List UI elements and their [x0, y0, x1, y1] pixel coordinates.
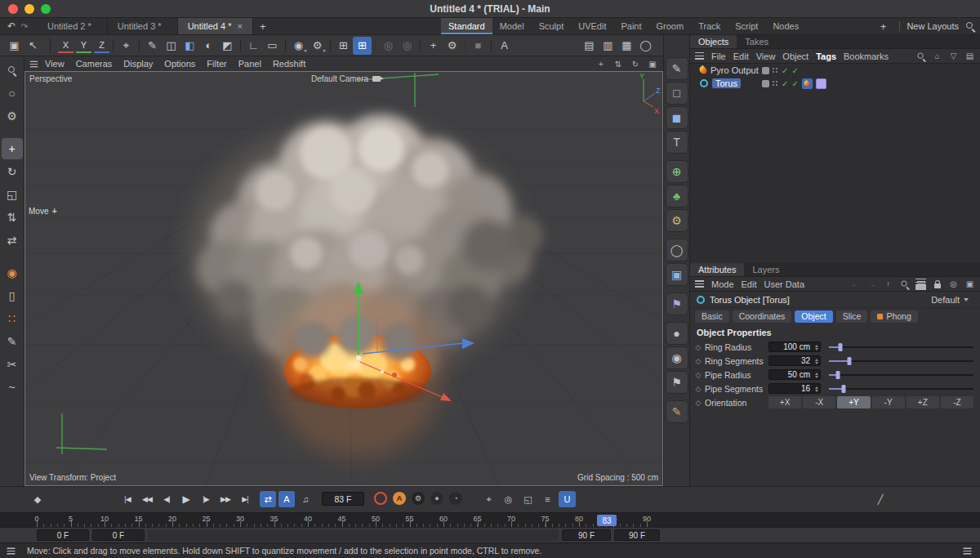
render-view-icon[interactable]: ▤	[580, 37, 599, 55]
target-two-icon[interactable]: ◎	[398, 37, 416, 55]
record-objects-button[interactable]: ●	[430, 492, 443, 505]
record-parameter-icon[interactable]: ≡	[539, 491, 556, 507]
primitive-sphere-icon[interactable]: ◐	[199, 37, 218, 55]
move-tool-icon[interactable]: +	[2, 138, 23, 159]
keyframe-diamond-icon[interactable]: ◇	[695, 371, 702, 379]
next-key-button[interactable]: ▶▶	[216, 491, 234, 507]
asset-browser-icon[interactable]: A	[495, 37, 514, 55]
orientation-button[interactable]: +Z	[906, 396, 939, 408]
manager-tab[interactable]: Takes	[737, 35, 777, 48]
primitive-cube-icon[interactable]: ◧	[180, 37, 199, 55]
pan-view-icon[interactable]: +	[595, 60, 607, 69]
axis-lock-button[interactable]: Z	[94, 38, 109, 53]
current-frame-field[interactable]: 83 F	[322, 492, 364, 506]
mograph-icon[interactable]: ⊕	[666, 160, 688, 183]
viewport-menu-item[interactable]: Redshift	[273, 59, 305, 69]
property-value-field[interactable]: 50 cm	[768, 369, 821, 380]
tweak-tool-icon[interactable]: ⚙	[2, 105, 23, 127]
toggle-views-icon[interactable]: ▣	[647, 60, 658, 69]
object-manager-menu-item[interactable]: View	[756, 51, 776, 61]
lock-icon[interactable]	[932, 279, 942, 290]
slider-knob[interactable]	[835, 371, 840, 379]
document-tab[interactable]: Untitled 2 *	[38, 18, 108, 34]
property-value-field[interactable]: 32	[768, 355, 821, 366]
redo-icon[interactable]: ↷	[18, 22, 31, 31]
quantize-playback-button[interactable]: A	[278, 491, 295, 507]
torus-palette-icon[interactable]: ◯	[666, 239, 688, 261]
search-commands-icon[interactable]	[965, 21, 975, 31]
view-options-icon[interactable]: ▤	[964, 51, 975, 62]
property-slider[interactable]	[829, 341, 973, 352]
document-tab[interactable]: Untitled 3 *	[108, 18, 178, 34]
polygon-pen-icon[interactable]: ✎	[143, 37, 162, 55]
preset-dropdown[interactable]: Default	[926, 294, 973, 306]
subdivision-surface-icon[interactable]: ◩	[218, 37, 237, 55]
goto-start-button[interactable]: |◀	[118, 491, 136, 507]
grid-icon[interactable]: ⊞	[334, 37, 353, 55]
object-name[interactable]: Pyro Output	[710, 65, 759, 75]
layout-tab[interactable]: Script	[728, 18, 765, 34]
object-row-pyro-output[interactable]: Pyro Output ✓ ✓	[690, 64, 980, 77]
property-slider[interactable]	[829, 355, 973, 366]
list-icon[interactable]	[915, 279, 926, 290]
home-icon[interactable]: ⌂	[932, 51, 942, 62]
document-tab[interactable]: Untitled 4 * ×	[178, 18, 253, 34]
workplane-grid-icon[interactable]: ▭	[263, 37, 282, 55]
goto-end-button[interactable]: ▶|	[236, 491, 254, 507]
keyframe-diamond-icon[interactable]: ◇	[695, 399, 702, 407]
autokey-button[interactable]: A	[393, 492, 406, 505]
pyro-emitter-tag-icon[interactable]	[802, 78, 813, 89]
coordinates-tool-icon[interactable]: ⇄	[2, 230, 23, 251]
find-tool-icon[interactable]	[2, 60, 23, 81]
enabled-check-icon[interactable]: ✓	[782, 79, 788, 88]
workplane-icon[interactable]: ▣	[5, 37, 24, 55]
prev-frame-button[interactable]: ◀|	[158, 491, 176, 507]
orientation-button[interactable]: -X	[803, 396, 835, 408]
sphere-icon[interactable]: ●	[666, 322, 688, 345]
camera-icon[interactable]: ◉	[666, 346, 688, 369]
enabled-check-icon[interactable]: ✓	[782, 66, 788, 75]
layout-tab[interactable]: Groom	[649, 18, 692, 34]
render-settings-icon[interactable]: ▦	[617, 37, 636, 55]
undo-icon[interactable]: ↶	[5, 20, 18, 32]
keyframe-diamond-icon[interactable]: ◇	[695, 343, 702, 351]
slider-knob[interactable]	[841, 385, 845, 393]
forward-icon[interactable]: →	[866, 279, 877, 290]
object-manager-menu-icon[interactable]	[695, 52, 704, 60]
slider-knob[interactable]	[839, 343, 843, 351]
volume-icon[interactable]: ▣	[666, 263, 688, 286]
axis-modify-icon[interactable]: ⇅	[2, 207, 23, 228]
render-picture-viewer-icon[interactable]: ▥	[599, 37, 617, 55]
quantize-icon[interactable]: ⚙	[443, 37, 461, 55]
viewport-menu-item[interactable]: Cameras	[76, 59, 113, 69]
layout-tab[interactable]: UVEdit	[571, 18, 613, 34]
section-tab[interactable]: Coordinates	[733, 310, 792, 323]
soft-selection-icon[interactable]: ◉	[2, 262, 23, 283]
orientation-button[interactable]: -Y	[872, 396, 905, 408]
plane-icon[interactable]: □	[666, 82, 688, 105]
knife-tool-icon[interactable]: ✂	[2, 354, 23, 375]
brush-tool-icon[interactable]: ✎	[2, 331, 23, 352]
object-name-selected[interactable]: Torus	[712, 78, 741, 88]
field-icon[interactable]: ⚑	[666, 292, 688, 315]
attribute-menu-icon[interactable]	[695, 280, 704, 288]
orientation-button[interactable]: +Y	[837, 396, 870, 408]
object-manager-menu-item[interactable]: File	[711, 51, 726, 61]
up-icon[interactable]: ↑	[883, 279, 893, 290]
keying-settings-button[interactable]: ⚙	[412, 492, 425, 505]
close-tab-icon[interactable]: ×	[237, 21, 242, 31]
axis-lock-button[interactable]: X	[58, 38, 74, 53]
primitive-cylinder-icon[interactable]: ◫	[162, 37, 180, 55]
notes-icon[interactable]: ✎	[666, 400, 688, 423]
timeline-end-field[interactable]: 90 F	[614, 529, 660, 541]
object-manager-menu-item[interactable]: Tags	[816, 51, 836, 61]
layout-tab[interactable]: Sculpt	[532, 18, 572, 34]
section-tab[interactable]: Slice	[836, 310, 868, 323]
new-document-button[interactable]: +	[253, 20, 273, 33]
status-menu-icon[interactable]	[7, 547, 16, 554]
value-stepper[interactable]	[815, 357, 818, 366]
set-keyframe-button[interactable]: ◆	[29, 491, 46, 507]
viewport-menu-item[interactable]: Options	[164, 59, 195, 69]
back-icon[interactable]: ←	[850, 279, 861, 290]
paint-select-icon[interactable]: ∷	[2, 308, 23, 329]
